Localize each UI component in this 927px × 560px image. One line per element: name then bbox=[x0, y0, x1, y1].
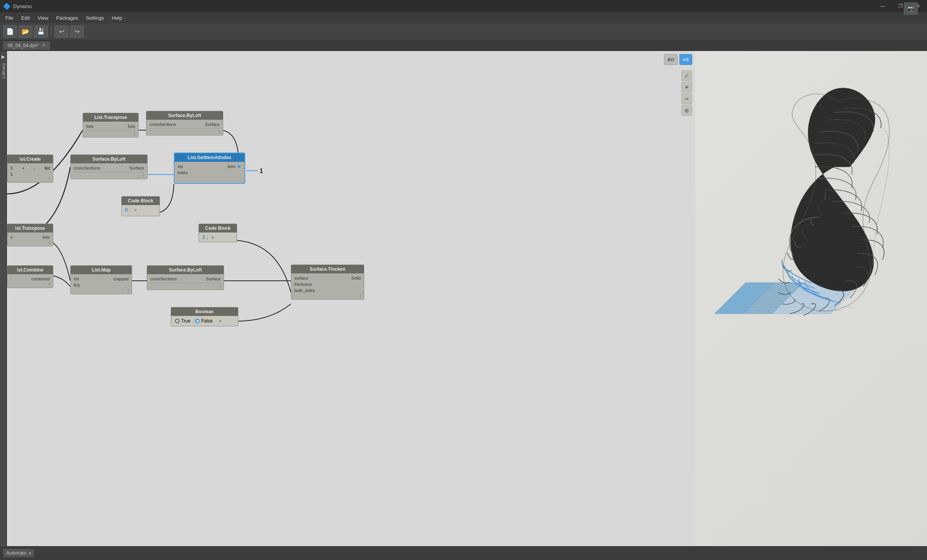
execution-mode-selector[interactable]: Automatic ▾ bbox=[3, 549, 34, 557]
node-list-transpose-1-body: lists lists | bbox=[83, 122, 138, 137]
port-fx-in: f(x) bbox=[74, 283, 80, 287]
boolean-arrow: > bbox=[219, 318, 222, 324]
node-list-getitematindex-header: List.GetItemAtIndex bbox=[175, 153, 244, 162]
view-toggle-3d[interactable]: ≡⊟ bbox=[679, 54, 692, 65]
port-lists-in: lists bbox=[86, 124, 93, 129]
redo-button[interactable]: ↪ bbox=[70, 25, 84, 38]
port-crosssections-in: crossSections bbox=[74, 166, 100, 170]
port-mapped-out: mapped bbox=[113, 277, 129, 281]
node-list-combine-body: - combined | bbox=[7, 274, 53, 288]
toolbar: 📄 📂 💾 ↩ ↪ 📷 bbox=[0, 23, 927, 40]
window-controls: — ❐ ✕ bbox=[874, 0, 927, 12]
boolean-true-label: True bbox=[181, 318, 190, 324]
node-list-create[interactable]: ist.Create 0 + - list 1 | bbox=[7, 154, 53, 183]
node-surface-byloft-1[interactable]: Surface.ByLoft crossSections Surface | bbox=[146, 111, 223, 136]
port-surface-out: Surface bbox=[205, 122, 220, 127]
node-info: | bbox=[149, 129, 220, 134]
main-area: ▶ Library bbox=[0, 51, 927, 546]
boolean-true-option[interactable]: True bbox=[175, 318, 190, 324]
screenshot-button[interactable]: 📷 bbox=[904, 2, 918, 15]
tab-active[interactable]: 06_04_04.dyn* ✕ bbox=[3, 41, 50, 50]
node-surface-byloft-2-header: Surface.ByLoft bbox=[71, 155, 147, 163]
auto-label: Automatic bbox=[6, 550, 27, 556]
zoom-out-button[interactable]: − bbox=[681, 93, 692, 104]
open-button[interactable]: 📂 bbox=[19, 25, 32, 38]
port-dot-blue bbox=[238, 165, 241, 168]
toolbar-separator bbox=[51, 27, 51, 36]
boolean-false-option[interactable]: False bbox=[195, 318, 212, 324]
node-list-getitematindex[interactable]: List.GetItemAtIndex list item index | bbox=[174, 153, 245, 184]
node-code-block-2[interactable]: Code Block 3 ; > bbox=[199, 224, 237, 242]
code-block-1-body: 0 ; > bbox=[122, 205, 160, 214]
port-list-in: list bbox=[178, 164, 183, 169]
zoom-fit-button[interactable]: ⤢ bbox=[681, 70, 692, 81]
node-surface-thicken-body: surface Solid thickness both_sides | bbox=[291, 273, 364, 299]
port-solid-out: Solid bbox=[351, 276, 361, 280]
node-surface-byloft-1-header: Surface.ByLoft bbox=[146, 111, 223, 120]
code-block-2-arrow: > bbox=[211, 234, 214, 240]
port-plus: + bbox=[22, 166, 24, 170]
boolean-false-label: False bbox=[201, 318, 212, 324]
app-icon: 🔷 bbox=[3, 3, 11, 10]
node-list-map[interactable]: List.Map list mapped f(x) | bbox=[70, 265, 132, 294]
zoom-in-button[interactable]: + bbox=[681, 82, 692, 93]
node-surface-byloft-3[interactable]: Surface.ByLoft crossSections Surface | bbox=[147, 265, 224, 290]
save-button[interactable]: 💾 bbox=[34, 25, 48, 38]
new-button[interactable]: 📄 bbox=[3, 25, 17, 38]
menubar: File Edit View Packages Settings Help bbox=[0, 12, 927, 23]
menu-file[interactable]: File bbox=[2, 14, 17, 22]
menu-edit[interactable]: Edit bbox=[17, 14, 34, 22]
port-0: 0 bbox=[10, 166, 13, 170]
library-panel[interactable]: ▶ Library bbox=[0, 51, 7, 546]
minimize-button[interactable]: — bbox=[874, 0, 891, 12]
titlebar: 🔷 Dynamo — ❐ ✕ bbox=[0, 0, 927, 12]
port-minus-in: - bbox=[10, 277, 12, 281]
node-list-create-body: 0 + - list 1 | bbox=[7, 163, 53, 182]
separator bbox=[149, 128, 220, 129]
port-list: list bbox=[45, 166, 50, 170]
separator bbox=[86, 130, 135, 131]
menu-settings[interactable]: Settings bbox=[82, 14, 108, 22]
node-list-combine[interactable]: ist.Combine - combined | bbox=[7, 265, 53, 288]
zoom-center-button[interactable]: ⊕ bbox=[681, 105, 692, 116]
node-surface-byloft-2-body: crossSections Surface | bbox=[71, 163, 147, 179]
code-block-1-semi: ; bbox=[129, 207, 131, 213]
node-info: | bbox=[10, 240, 50, 244]
close-tab-icon[interactable]: ✕ bbox=[42, 43, 46, 48]
boolean-header: Boolean bbox=[171, 307, 238, 316]
code-block-2-semi: ; bbox=[207, 234, 208, 240]
node-code-block-1[interactable]: Code Block 0 ; > bbox=[121, 196, 160, 216]
undo-button[interactable]: ↩ bbox=[54, 25, 68, 38]
node-list-create-header: ist.Create bbox=[7, 155, 53, 163]
node-list-map-body: list mapped f(x) | bbox=[71, 274, 132, 294]
canvas[interactable]: List.Transpose lists lists | Surface.ByL… bbox=[7, 51, 695, 546]
code-block-1-header: Code Block bbox=[122, 197, 160, 205]
node-info: | bbox=[10, 176, 50, 181]
wire-label-1: 1 bbox=[260, 168, 263, 175]
node-list-transpose-1[interactable]: List.Transpose lists lists | bbox=[83, 113, 139, 137]
menu-help[interactable]: Help bbox=[108, 14, 126, 22]
boolean-false-radio[interactable] bbox=[195, 319, 200, 323]
node-list-transpose-1-header: List.Transpose bbox=[83, 113, 138, 122]
code-block-1-value: 0 bbox=[125, 207, 128, 213]
node-boolean[interactable]: Boolean True False > bbox=[171, 307, 238, 326]
port-surface-out: Surface bbox=[129, 166, 144, 170]
separator bbox=[74, 172, 144, 172]
port-thickness-in: thickness bbox=[294, 282, 312, 287]
node-surface-thicken[interactable]: Surface.Thicken surface Solid thickness … bbox=[291, 265, 364, 300]
port-item-out: item bbox=[228, 164, 241, 169]
node-list-transpose-2[interactable]: ist.Transpose s lists | bbox=[7, 224, 53, 246]
code-block-2-header: Code Block bbox=[199, 224, 237, 232]
node-surface-byloft-2[interactable]: Surface.ByLoft crossSections Surface | bbox=[70, 154, 148, 179]
view-toggle-2d[interactable]: ⊞⊟ bbox=[664, 54, 678, 65]
node-surface-thicken-header: Surface.Thicken bbox=[291, 265, 364, 273]
port-crosssections-in: crossSections bbox=[150, 277, 177, 281]
node-info: | bbox=[178, 176, 241, 182]
library-label: Library bbox=[1, 63, 6, 78]
menu-packages[interactable]: Packages bbox=[52, 14, 82, 22]
port-bothsides-in: both_sides bbox=[294, 288, 315, 293]
port-crosssections-in: crossSections bbox=[149, 122, 176, 127]
boolean-true-radio[interactable] bbox=[175, 319, 180, 323]
node-info: | bbox=[74, 288, 129, 292]
menu-view[interactable]: View bbox=[34, 14, 52, 22]
